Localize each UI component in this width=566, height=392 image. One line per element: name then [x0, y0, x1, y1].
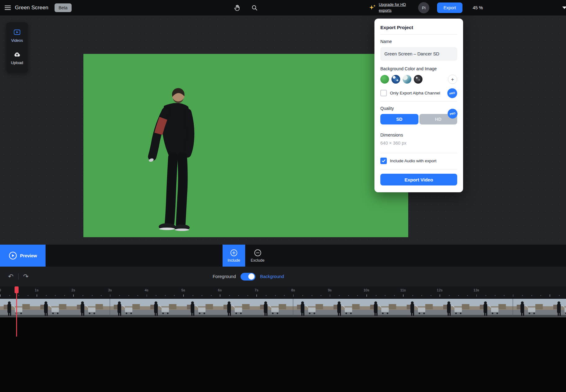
zoom-dropdown-caret[interactable]	[562, 7, 566, 9]
tick-dot	[275, 295, 276, 296]
timeline-filmstrip[interactable]	[0, 299, 566, 317]
tick-dot	[64, 295, 65, 296]
project-name-input[interactable]	[380, 47, 457, 61]
film-thumbnail	[440, 299, 476, 317]
tick-dot	[201, 295, 202, 296]
hand-tool-button[interactable]	[232, 2, 243, 13]
alpha-channel-checkbox[interactable]	[380, 90, 387, 96]
film-thumbnail	[330, 299, 366, 317]
film-thumbnail	[110, 299, 147, 317]
playhead-handle[interactable]	[15, 286, 19, 293]
tick-dot	[238, 295, 239, 296]
swatch-ocean[interactable]	[403, 75, 411, 84]
film-thumbnail	[550, 299, 566, 317]
tick-dot	[467, 295, 468, 296]
film-thumbnail	[403, 299, 440, 317]
tick-dot	[9, 295, 10, 296]
film-thumbnail	[220, 299, 256, 317]
tick-dot	[540, 295, 541, 296]
sparkle-icon	[368, 4, 376, 12]
quality-sd-button[interactable]: SD	[380, 114, 418, 124]
export-button[interactable]: Export	[437, 2, 462, 13]
tick-label: 0	[0, 288, 1, 292]
tick-label: 13s	[473, 288, 479, 292]
preview-button[interactable]: Preview	[0, 245, 46, 267]
add-background-button[interactable]: +	[448, 75, 457, 84]
film-thumbnail	[37, 299, 73, 317]
quality-hd-button[interactable]: HD	[419, 114, 458, 124]
tick-mark	[293, 294, 294, 297]
tick-label: 10s	[364, 288, 369, 292]
search-button[interactable]	[249, 2, 260, 13]
film-thumbnail	[0, 299, 37, 317]
background-label[interactable]: Background	[260, 274, 284, 279]
undo-button[interactable]: ↶	[6, 273, 15, 281]
include-audio-label: Include Audio with export	[390, 159, 436, 163]
tick-mark	[366, 294, 367, 297]
tick-label: 5s	[181, 288, 185, 292]
tick-dot	[421, 295, 422, 296]
tick-dot	[18, 295, 19, 296]
videos-icon	[13, 28, 21, 36]
film-thumbnail	[183, 299, 220, 317]
tick-label: 11s	[400, 288, 406, 292]
tick-dot	[55, 295, 56, 296]
divider	[380, 101, 457, 102]
foreground-label: Foreground	[213, 274, 236, 279]
upgrade-link[interactable]: Upgrade for HD exports	[379, 2, 411, 14]
tick-dot	[92, 295, 93, 296]
zoom-level[interactable]: 45 %	[469, 5, 483, 10]
tick-label: 9s	[328, 288, 332, 292]
sidebar-item-videos[interactable]: Videos	[11, 28, 23, 43]
tick-label: 6s	[218, 288, 222, 292]
tick-dot	[247, 295, 248, 296]
swatch-earth[interactable]	[391, 75, 400, 84]
swatch-moon[interactable]	[414, 75, 422, 84]
tick-dot	[192, 295, 193, 296]
playhead[interactable]	[16, 286, 17, 337]
modal-title: Export Project	[380, 25, 457, 30]
foreground-background-toggle-group: Foreground Background	[213, 267, 284, 286]
hand-icon	[234, 4, 241, 11]
export-video-button[interactable]: Export Video	[380, 174, 457, 185]
tick-dot	[394, 295, 395, 296]
include-audio-checkbox[interactable]	[380, 158, 387, 164]
tick-mark	[256, 294, 257, 297]
tick-mark	[403, 294, 404, 297]
swatch-list	[380, 75, 422, 84]
tick-dot	[119, 295, 120, 296]
tick-dot	[458, 295, 459, 296]
exclude-button[interactable]: Exclude	[245, 245, 270, 267]
swatch-green[interactable]	[380, 75, 389, 84]
tick-dot	[28, 295, 29, 296]
tick-mark	[550, 294, 550, 297]
search-icon	[251, 4, 258, 11]
redo-button[interactable]: ↷	[21, 273, 31, 281]
alpha-channel-label: Only Export Alpha Channel	[390, 91, 440, 95]
beta-badge: Beta	[55, 3, 72, 12]
menu-icon[interactable]	[2, 2, 13, 13]
sidebar-item-upload[interactable]: Upload	[11, 51, 23, 65]
timeline-ruler[interactable]: 01s2s3s4s5s6s7s8s9s10s11s12s13s	[0, 286, 566, 299]
include-button[interactable]: Include	[223, 245, 245, 267]
tick-dot	[211, 295, 212, 296]
avatar[interactable]: Pi	[418, 2, 429, 13]
tick-mark	[0, 294, 1, 297]
film-thumbnail	[147, 299, 183, 317]
divider	[18, 273, 19, 280]
tick-dot	[229, 295, 230, 296]
layer-toggle[interactable]	[241, 273, 255, 281]
exclude-label: Exclude	[251, 258, 264, 263]
circle-plus-icon	[230, 249, 238, 257]
play-icon	[9, 251, 17, 260]
check-icon	[381, 159, 386, 163]
tick-label: 3s	[108, 288, 112, 292]
quality-label: Quality	[380, 106, 457, 111]
toggle-knob	[248, 273, 254, 280]
tick-dot	[531, 295, 532, 296]
tick-dot	[485, 295, 486, 296]
audio-row: Include Audio with export	[380, 158, 457, 164]
tick-dot	[376, 295, 377, 296]
tick-mark	[330, 294, 330, 297]
canvas-preview[interactable]	[83, 54, 408, 237]
